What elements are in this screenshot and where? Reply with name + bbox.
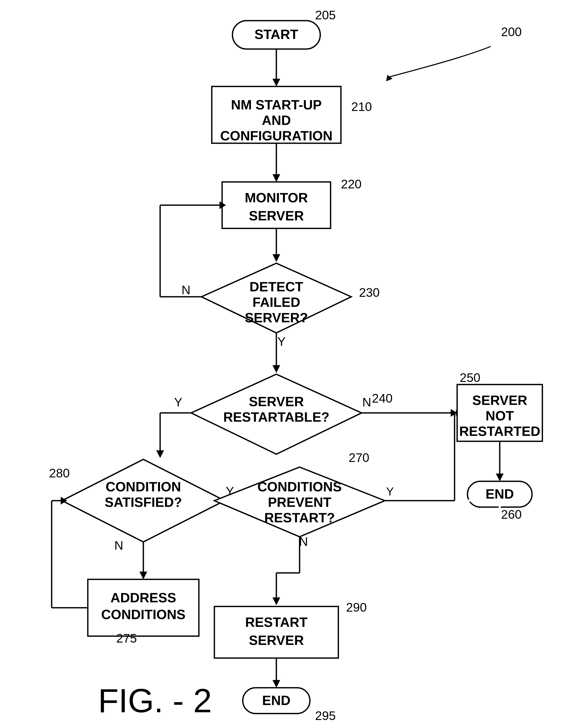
ref-220: 220	[341, 177, 361, 191]
ref-270: 270	[349, 451, 369, 465]
server-not-restarted-line2: NOT	[486, 408, 514, 423]
ref-210: 210	[351, 100, 372, 113]
svg-marker-16	[272, 365, 280, 373]
conditions-prevent-line1: CONDITIONS	[258, 479, 342, 494]
flowchart-diagram: 200 START 205 NM START-UP AND CONFIGURAT…	[0, 0, 570, 728]
restartable-n-label: N	[362, 396, 371, 409]
detect-n-label: N	[182, 283, 191, 297]
svg-marker-46	[272, 680, 280, 688]
ref-230: 230	[359, 286, 380, 299]
restart-server-line2: SERVER	[249, 633, 304, 648]
address-conditions-line1: ADDRESS	[110, 590, 176, 605]
restartable-y-label: Y	[174, 396, 182, 409]
address-conditions-line2: CONDITIONS	[101, 607, 186, 622]
ref-205: 205	[315, 8, 336, 22]
ref-280: 280	[49, 466, 70, 480]
svg-marker-36	[272, 597, 280, 605]
end2-label: END	[262, 693, 291, 708]
server-not-restarted-line1: SERVER	[472, 393, 527, 408]
conditions-prevent-line3: RESTART?	[264, 510, 335, 525]
condition-satisfied-line1: CONDITION	[106, 479, 181, 494]
detect-failed-line3: SERVER?	[245, 310, 308, 325]
conditions-n-label: N	[299, 535, 308, 548]
condition-satisfied-line2: SATISFIED?	[104, 495, 182, 510]
svg-marker-38	[139, 572, 147, 579]
nm-startup-line2: AND	[262, 113, 291, 128]
server-restartable-line2: RESTARTABLE?	[223, 410, 329, 425]
conditions-prevent-line2: PREVENT	[268, 495, 331, 510]
nm-startup-line1: NM START-UP	[231, 97, 322, 112]
ref-275: 275	[116, 632, 137, 645]
nm-startup-line3: CONFIGURATION	[220, 128, 332, 143]
detect-failed-line1: DETECT	[250, 279, 303, 294]
server-not-restarted-line3: RESTARTED	[459, 424, 540, 439]
end1-label: END	[486, 487, 514, 502]
svg-marker-22	[496, 474, 504, 481]
monitor-server-line2: SERVER	[249, 208, 304, 223]
monitor-server-line1: MONITOR	[245, 190, 308, 205]
ref-250: 250	[460, 371, 480, 385]
figure-label: FIG. - 2	[98, 682, 212, 719]
conditions-y-label: Y	[386, 485, 393, 498]
ref-240: 240	[372, 392, 392, 405]
detect-y-label: Y	[277, 335, 286, 348]
restart-server-line1: RESTART	[245, 615, 308, 630]
start-node-label: START	[254, 27, 298, 42]
ref-200: 200	[501, 25, 522, 39]
ref-290: 290	[346, 601, 367, 614]
svg-marker-26	[156, 450, 164, 458]
server-restartable-line1: SERVER	[249, 394, 304, 409]
svg-marker-9	[272, 254, 280, 262]
condition-n-label: N	[114, 539, 123, 552]
detect-failed-line2: FAILED	[253, 295, 300, 310]
svg-marker-3	[272, 79, 280, 86]
ref-260: 260	[501, 508, 522, 521]
svg-marker-6	[272, 174, 280, 182]
svg-rect-44	[214, 607, 338, 658]
ref-295: 295	[315, 709, 336, 723]
